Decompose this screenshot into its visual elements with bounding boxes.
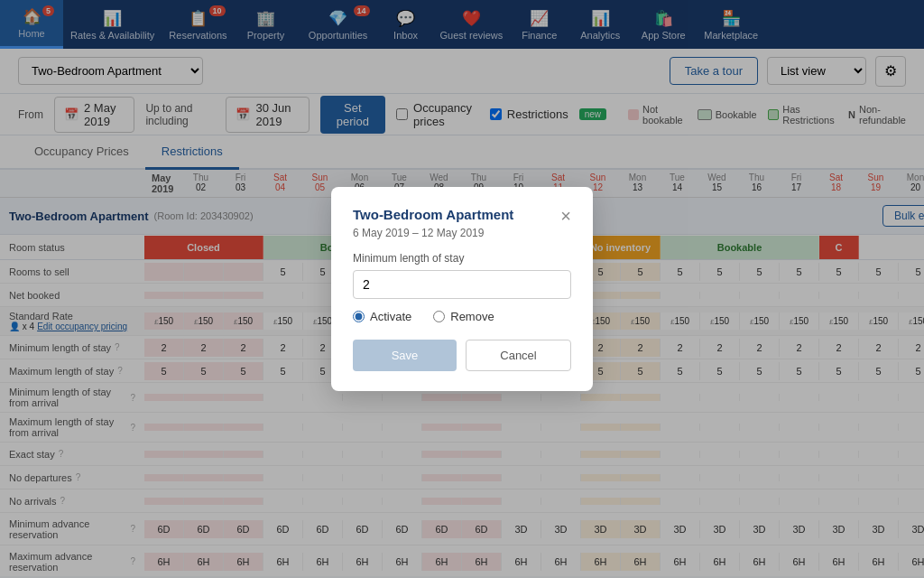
modal-input[interactable]	[353, 270, 571, 299]
modal-activate-radio[interactable]: Activate	[353, 310, 411, 323]
modal-radio-group: Activate Remove	[353, 310, 571, 323]
modal-field-label: Minimum length of stay	[353, 252, 571, 265]
modal-date-range: 6 May 2019 – 12 May 2019	[353, 227, 571, 239]
modal-save-button[interactable]: Save	[353, 340, 457, 371]
modal-overlay: Two-Bedroom Apartment × 6 May 2019 – 12 …	[0, 0, 924, 576]
modal-title: Two-Bedroom Apartment	[353, 207, 513, 222]
modal-remove-radio[interactable]: Remove	[433, 310, 494, 323]
modal: Two-Bedroom Apartment × 6 May 2019 – 12 …	[331, 187, 593, 391]
modal-cancel-button[interactable]: Cancel	[466, 340, 571, 371]
modal-close-button[interactable]: ×	[560, 207, 571, 225]
